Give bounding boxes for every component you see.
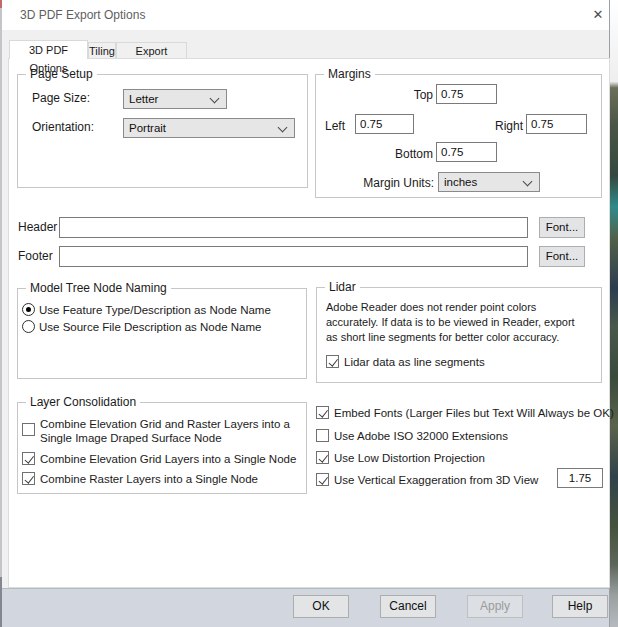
margin-units-value: inches [444, 173, 477, 191]
model-tree-group: Model Tree Node Naming [17, 288, 307, 379]
radio-feature-type[interactable] [22, 303, 35, 316]
close-icon[interactable]: ✕ [584, 0, 612, 30]
export-options-dialog: 3D PDF Export Options ✕ 3D PDF Options T… [2, 0, 610, 627]
model-tree-title: Model Tree Node Naming [26, 281, 171, 295]
margin-bottom-label: Bottom [387, 147, 433, 161]
combine-raster-label[interactable]: Combine Raster Layers into a Single Node [40, 473, 258, 485]
footer-input[interactable] [59, 246, 528, 267]
screen: 3D PDF Export Options ✕ 3D PDF Options T… [0, 0, 618, 627]
low-distortion-checkbox[interactable] [316, 451, 329, 464]
header-font-button[interactable]: Font... [539, 217, 585, 238]
margin-units-dropdown[interactable]: inches [438, 172, 540, 192]
header-input[interactable] [59, 217, 528, 238]
radio-feature-type-label[interactable]: Use Feature Type/Description as Node Nam… [39, 304, 271, 316]
page-size-dropdown[interactable]: Letter [123, 89, 227, 109]
footer-label: Footer [18, 249, 53, 263]
tab-3d-pdf-options[interactable]: 3D PDF Options [9, 40, 88, 59]
orientation-label: Orientation: [32, 120, 94, 134]
tab-export-bounds[interactable]: Export Bounds [116, 42, 187, 59]
margin-left-input[interactable] [355, 114, 414, 134]
chevron-down-icon [210, 94, 220, 104]
layer-consolidation-title: Layer Consolidation [26, 395, 140, 409]
radio-source-file[interactable] [22, 320, 35, 333]
margin-right-input[interactable] [526, 114, 587, 134]
vertical-exaggeration-input[interactable] [557, 468, 603, 488]
margin-bottom-input[interactable] [436, 142, 497, 162]
low-distortion-label[interactable]: Use Low Distortion Projection [334, 452, 485, 464]
vertical-exaggeration-checkbox[interactable] [316, 473, 329, 486]
lidar-title: Lidar [325, 280, 360, 294]
ok-button[interactable]: OK [293, 595, 349, 618]
page-size-label: Page Size: [32, 91, 90, 105]
help-button[interactable]: Help [552, 595, 608, 618]
chevron-down-icon [278, 123, 288, 133]
margin-right-label: Right [491, 119, 523, 133]
margin-units-label: Margin Units: [360, 176, 434, 190]
vertical-exaggeration-label[interactable]: Use Vertical Exaggeration from 3D View [334, 474, 538, 486]
cancel-button[interactable]: Cancel [380, 595, 436, 618]
lidar-line-segments-label[interactable]: Lidar data as line segments [344, 356, 485, 368]
orientation-value: Portrait [129, 119, 166, 137]
radio-source-file-label[interactable]: Use Source File Description as Node Name [39, 321, 261, 333]
embed-fonts-checkbox[interactable] [316, 406, 329, 419]
orientation-dropdown[interactable]: Portrait [123, 118, 295, 138]
footer-font-button[interactable]: Font... [539, 246, 585, 267]
titlebar: 3D PDF Export Options ✕ [2, 0, 609, 30]
apply-button[interactable]: Apply [467, 595, 523, 618]
tab-label: 3D PDF Options [29, 44, 68, 74]
chevron-down-icon [523, 177, 533, 187]
dialog-title: 3D PDF Export Options [20, 0, 145, 30]
margins-title: Margins [324, 67, 375, 81]
page-size-value: Letter [129, 90, 158, 108]
lidar-line-segments-checkbox[interactable] [326, 355, 339, 368]
combine-elevation-grid-checkbox[interactable] [22, 452, 35, 465]
iso-32000-checkbox[interactable] [316, 429, 329, 442]
iso-32000-label[interactable]: Use Adobe ISO 32000 Extensions [334, 430, 508, 442]
combine-grid-raster-label[interactable]: Combine Elevation Grid and Raster Layers… [40, 417, 306, 445]
tab-tiling[interactable]: Tiling [88, 42, 116, 59]
tab-label: Tiling [89, 45, 115, 57]
margin-left-label: Left [325, 119, 345, 133]
combine-raster-checkbox[interactable] [22, 472, 35, 485]
background-right [610, 0, 618, 627]
margin-top-input[interactable] [436, 84, 497, 104]
combine-elevation-grid-label[interactable]: Combine Elevation Grid Layers into a Sin… [40, 453, 296, 465]
margin-top-label: Top [401, 88, 433, 102]
header-label: Header [18, 220, 57, 234]
embed-fonts-label[interactable]: Embed Fonts (Larger Files but Text Will … [334, 407, 614, 419]
lidar-note: Adobe Reader does not render point color… [326, 300, 602, 345]
combine-grid-raster-checkbox[interactable] [22, 423, 35, 436]
